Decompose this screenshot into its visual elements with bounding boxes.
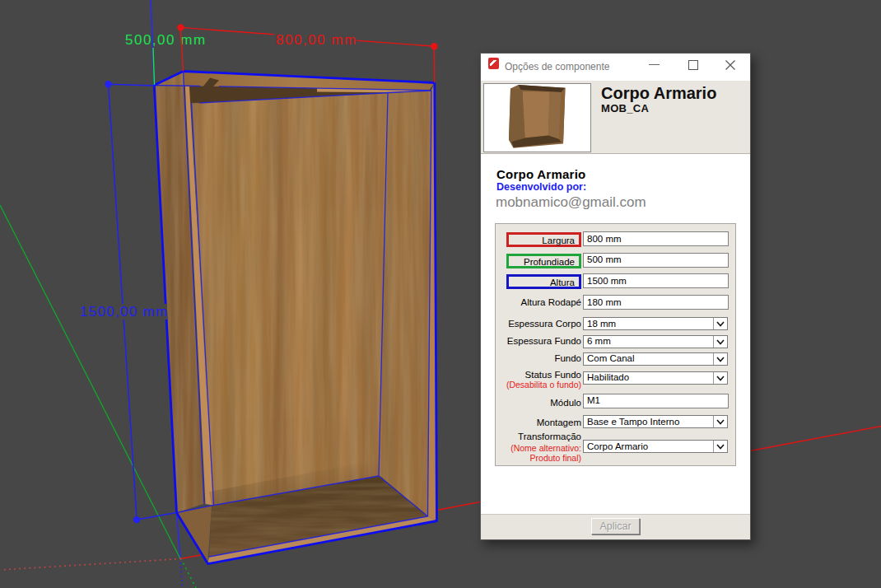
svg-text:1500,00 mm: 1500,00 mm: [80, 304, 169, 320]
svg-text:500,00 mm: 500,00 mm: [125, 32, 207, 48]
svg-text:800,00 mm: 800,00 mm: [276, 32, 357, 48]
